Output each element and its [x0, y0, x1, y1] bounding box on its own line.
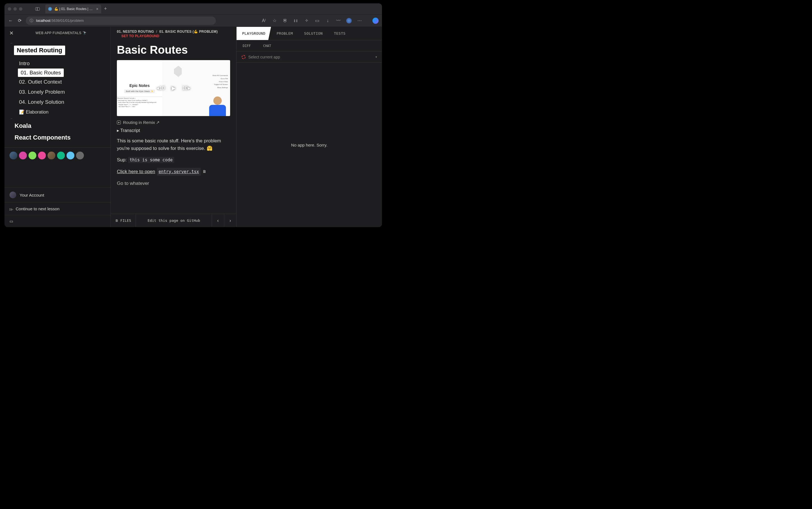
- read-aloud-icon[interactable]: A⁾: [261, 18, 267, 24]
- minimize-window[interactable]: [13, 7, 17, 11]
- layout-icon[interactable]: ▭: [9, 219, 13, 224]
- top-tabs: PLAYGROUND PROBLEM SOLUTION TESTS: [237, 27, 382, 40]
- avatar-8[interactable]: [76, 151, 84, 160]
- addressbar: ← ⟳ ⓘ localhost:5639/01/01/problem A⁾ ☆ …: [4, 14, 382, 27]
- devtools-preview: Elements Network Console »<html lang="en…: [117, 97, 162, 116]
- sidebar-header: × WEB APP FUNDAMENTALS 🔭: [4, 27, 110, 39]
- sub-tabs: DIFF CHAT: [237, 40, 382, 52]
- avatar-5[interactable]: [47, 151, 56, 160]
- sidebar-section-nested-routing[interactable]: Nested Routing: [14, 45, 65, 55]
- problem-description: This is some basic route stuff. Here's t…: [117, 137, 230, 152]
- continue-label: Continue to next lesson: [16, 206, 60, 211]
- favorite-icon[interactable]: ☆: [272, 18, 277, 24]
- downloads-icon[interactable]: ↓: [325, 18, 330, 24]
- video-player[interactable]: Epic Notes Built with the Epic Stack ✨ S…: [117, 60, 230, 116]
- built-with-badge: Built with the Epic Stack ✨: [124, 90, 155, 93]
- close-sidebar-icon[interactable]: ×: [9, 29, 14, 37]
- sidebar-footer: ▭: [4, 215, 110, 227]
- breadcrumb-step[interactable]: 01. BASIC ROUTES (💪 PROBLEM): [160, 30, 218, 34]
- titlebar: 💪 | 01. Basic Routes | 01. Nes... × +: [4, 3, 382, 14]
- prev-step-button[interactable]: ‹: [212, 214, 224, 227]
- close-tab-icon[interactable]: ×: [96, 7, 98, 11]
- avatar-2[interactable]: [19, 151, 27, 160]
- subtab-diff[interactable]: DIFF: [237, 40, 257, 51]
- tab-playground[interactable]: PLAYGROUND: [237, 27, 271, 40]
- bing-icon[interactable]: [373, 18, 379, 24]
- subtab-chat[interactable]: CHAT: [257, 40, 277, 51]
- continue-row[interactable]: Continue to next lesson: [4, 202, 110, 215]
- play-square-icon: ▶: [117, 121, 121, 125]
- sidebar-section-react-components[interactable]: React Components: [4, 132, 110, 143]
- tab-title: 💪 | 01. Basic Routes | 01. Nes...: [54, 7, 94, 11]
- extensions-icon[interactable]: ✧: [304, 18, 309, 24]
- page-title: Basic Routes: [117, 44, 230, 56]
- sidebar-content: – Nested Routing Intro 01. Basic Routes …: [4, 39, 110, 188]
- back-button[interactable]: ←: [8, 18, 13, 24]
- edit-on-github-link[interactable]: Edit this page on GitHub: [136, 218, 212, 223]
- presenter-thumbnail: [208, 97, 227, 116]
- divider: [4, 147, 110, 148]
- avatar-3[interactable]: [29, 151, 36, 160]
- collapse-marker[interactable]: –: [4, 41, 110, 44]
- open-external-icon: 🗎: [203, 168, 206, 174]
- sidebar-item-lonely-solution[interactable]: 04. Lonely Solution: [4, 97, 110, 107]
- collections-icon[interactable]: ▭: [314, 18, 320, 24]
- avatar-6[interactable]: [57, 151, 65, 160]
- empty-state-text: No app here. Sorry.: [291, 143, 327, 147]
- tab-tests[interactable]: TESTS: [328, 27, 351, 40]
- center-scroll[interactable]: Basic Routes Epic Notes Built with the E…: [111, 41, 236, 214]
- breadcrumb-exercise[interactable]: 01. NESTED ROUTING: [117, 30, 154, 34]
- app-selector[interactable]: Select current app ▾: [237, 52, 382, 63]
- refresh-button[interactable]: ⟳: [17, 18, 22, 24]
- sup-line: Sup: this is some code: [117, 156, 230, 164]
- sidebar-item-intro[interactable]: Intro: [4, 59, 110, 69]
- account-row[interactable]: Your Account: [4, 188, 110, 202]
- equalizer-icon[interactable]: ⫾⫾: [293, 18, 298, 24]
- heartbeat-icon[interactable]: 〰: [336, 18, 341, 24]
- tab-problem[interactable]: PROBLEM: [271, 27, 298, 40]
- info-icon[interactable]: ⓘ: [30, 18, 33, 23]
- play-button[interactable]: ▶: [172, 85, 176, 91]
- open-file-link[interactable]: Click here to open entry.server.tsx 🗎: [117, 168, 230, 176]
- goto-text: Go to whatever: [117, 179, 230, 187]
- files-button[interactable]: 🗎 FILES: [111, 214, 136, 227]
- avatar-4[interactable]: [38, 151, 46, 160]
- center-panel: 01. NESTED ROUTING / 01. BASIC ROUTES (💪…: [111, 27, 237, 227]
- avatar-7[interactable]: [67, 151, 74, 160]
- epic-notes-title: Epic Notes: [130, 83, 150, 88]
- set-to-playground-link[interactable]: SET TO PLAYGROUND: [111, 34, 236, 41]
- url-path: :5639/01/01/problem: [50, 19, 83, 23]
- video-caption-row[interactable]: ▶ Routing in Remix ↗: [117, 120, 230, 125]
- sidebar-toggle-icon[interactable]: [35, 7, 40, 11]
- traffic-lights: [8, 7, 22, 11]
- url-host: localhost: [36, 19, 50, 23]
- video-controls: ◂10 ▶ 10▸: [156, 85, 190, 91]
- shield-icon[interactable]: ⛨: [282, 18, 288, 24]
- app-body: × WEB APP FUNDAMENTALS 🔭 – Nested Routin…: [4, 27, 382, 227]
- sidebar-item-outlet-context[interactable]: 02. Outlet Context: [4, 77, 110, 87]
- center-footer: 🗎 FILES Edit this page on GitHub ‹ ›: [111, 214, 236, 227]
- more-icon[interactable]: ⋯: [357, 18, 362, 24]
- sidebar-item-basic-routes[interactable]: 01. Basic Routes: [18, 69, 64, 77]
- faces-row: [4, 151, 110, 160]
- sidebar-section-koala[interactable]: Koala: [4, 120, 110, 132]
- favicon-icon: [48, 7, 52, 11]
- vscode-menu-overlay: Show All Commands Go to File Find in Fil…: [213, 74, 228, 89]
- tab-solution[interactable]: SOLUTION: [298, 27, 328, 40]
- inline-code: this is some code: [128, 157, 174, 163]
- profile-avatar[interactable]: [346, 18, 352, 24]
- close-window[interactable]: [8, 7, 11, 11]
- collapse-marker-2[interactable]: –: [4, 117, 110, 120]
- avatar-1[interactable]: [9, 151, 17, 160]
- seek-back-button[interactable]: ◂10: [156, 85, 165, 91]
- browser-tab[interactable]: 💪 | 01. Basic Routes | 01. Nes... ×: [45, 4, 101, 13]
- sidebar-item-elaboration[interactable]: 📝 Elaboration: [4, 107, 110, 117]
- seek-forward-button[interactable]: 10▸: [182, 85, 190, 91]
- maximize-window[interactable]: [19, 7, 22, 11]
- next-step-button[interactable]: ›: [224, 214, 236, 227]
- sidebar-item-lonely-problem[interactable]: 03. Lonely Problem: [4, 87, 110, 97]
- url-field[interactable]: ⓘ localhost:5639/01/01/problem: [26, 16, 216, 25]
- transcript-toggle[interactable]: Transcript: [117, 128, 230, 133]
- new-tab-button[interactable]: +: [104, 6, 107, 12]
- vscode-logo-icon: [171, 66, 187, 82]
